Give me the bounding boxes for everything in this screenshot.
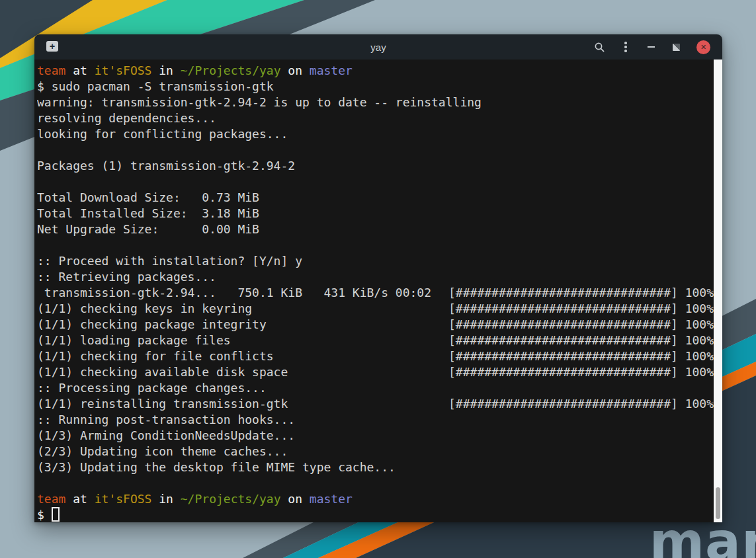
terminal-line: team at it'sFOSS in ~/Projects/yay on ma… [37,491,714,507]
minimize-icon[interactable] [646,41,655,53]
window-titlebar[interactable]: + yay ✕ [34,34,722,60]
terminal-line: :: Proceed with installation? [Y/n] y [37,253,714,269]
terminal-line: looking for conflicting packages... [37,126,714,142]
terminal-line: (1/1) reinstalling transmission-gtk[####… [37,396,714,412]
kebab-menu-icon[interactable] [621,41,630,53]
terminal-output: team at it'sFOSS in ~/Projects/yay on ma… [37,63,714,522]
terminal-line: (1/1) checking available disk space[####… [37,364,714,380]
terminal-line: (1/3) Arming ConditionNeedsUpdate... [37,428,714,444]
terminal-line: transmission-gtk-2.94... 750.1 KiB 431 K… [37,285,714,301]
terminal-line: (1/1) checking for file conflicts[######… [37,348,714,364]
terminal-line: $ sudo pacman -S transmission-gtk [37,79,714,95]
terminal-line: :: Processing package changes... [37,380,714,396]
terminal-line [37,142,714,158]
terminal-window: + yay ✕ team at it'sFOSS in ~/Projects/y… [34,34,722,522]
close-icon[interactable]: ✕ [696,40,710,54]
terminal-line [37,475,714,491]
terminal-line: Packages (1) transmission-gtk-2.94-2 [37,158,714,174]
new-tab-icon[interactable]: + [46,41,58,52]
scrollbar-track[interactable] [714,60,722,522]
terminal-line: (2/3) Updating icon theme caches... [37,444,714,459]
terminal-cursor [52,507,60,522]
terminal-screen[interactable]: team at it'sFOSS in ~/Projects/yay on ma… [34,60,722,522]
terminal-line: resolving dependencies... [37,110,714,126]
terminal-line: (1/1) checking keys in keyring[#########… [37,301,714,317]
restore-icon[interactable] [671,41,681,53]
terminal-line: (3/3) Updating the desktop file MIME typ… [37,459,714,475]
terminal-line: Net Upgrade Size: 0.00 MiB [37,221,714,237]
terminal-line: (1/1) loading package files[############… [37,333,714,348]
terminal-line: :: Retrieving packages... [37,269,714,285]
terminal-line [37,237,714,253]
terminal-line: $ [37,507,714,522]
terminal-line: Total Download Size: 0.73 MiB [37,190,714,206]
terminal-line: warning: transmission-gtk-2.94-2 is up t… [37,95,714,110]
scrollbar-thumb[interactable] [716,487,720,519]
terminal-line: team at it'sFOSS in ~/Projects/yay on ma… [37,63,714,79]
terminal-line [37,174,714,190]
terminal-line: Total Installed Size: 3.18 MiB [37,206,714,221]
search-icon[interactable] [594,42,605,53]
terminal-line: (1/1) checking package integrity[#######… [37,317,714,333]
terminal-line: :: Running post-transaction hooks... [37,412,714,428]
